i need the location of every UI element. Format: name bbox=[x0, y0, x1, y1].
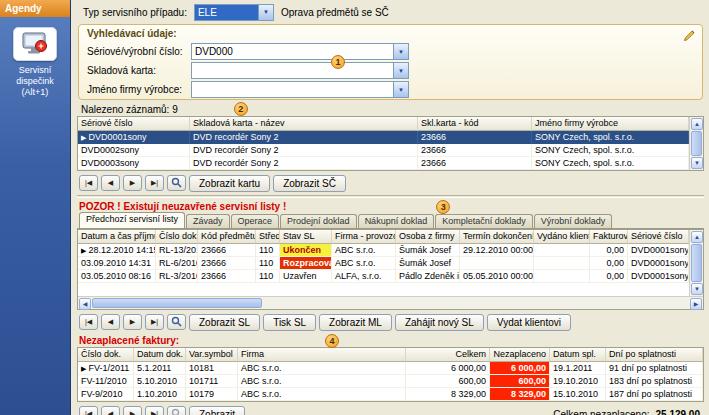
column-header-docno[interactable]: Číslo dok. bbox=[78, 348, 134, 362]
column-header-var-symbol[interactable]: Var.symbol bbox=[186, 348, 238, 362]
column-header-docno[interactable]: Číslo dok. bbox=[156, 230, 198, 244]
show-sheet-button[interactable]: Zobrazit SL bbox=[189, 314, 260, 331]
table-header-row: Číslo dok. Datum dok. Var.symbol Firma C… bbox=[78, 348, 703, 362]
serial-number-input[interactable]: DVD000 ▼ bbox=[191, 43, 409, 60]
last-record-button[interactable]: ▶| bbox=[145, 406, 164, 415]
show-ml-button[interactable]: Zobrazit ML bbox=[319, 314, 392, 331]
last-record-button[interactable]: ▶| bbox=[145, 314, 164, 330]
column-header-deadline[interactable]: Termín dokončení bbox=[460, 230, 534, 244]
scrollbar-thumb[interactable] bbox=[691, 244, 702, 282]
scroll-down-icon[interactable]: ▼ bbox=[691, 157, 703, 169]
column-header-serial[interactable]: Sériové číslo bbox=[78, 117, 190, 131]
scroll-down-icon[interactable]: ▼ bbox=[691, 283, 703, 295]
column-header-days-overdue[interactable]: Dní po splatnosti bbox=[606, 348, 703, 362]
next-record-button[interactable]: ▶ bbox=[123, 406, 142, 415]
column-header-doc-date[interactable]: Datum dok. bbox=[134, 348, 186, 362]
table-row[interactable]: ▶28.12.2010 14:15 RL-13/2010 23666 110 U… bbox=[78, 244, 689, 257]
table-empty-area bbox=[78, 283, 689, 296]
stock-card-value bbox=[192, 63, 393, 78]
last-record-button[interactable]: ▶| bbox=[145, 175, 164, 191]
column-header-center[interactable]: Střed. bbox=[256, 230, 280, 244]
case-type-value: ELE bbox=[195, 5, 258, 20]
next-record-button[interactable]: ▶ bbox=[123, 314, 142, 330]
first-record-button[interactable]: |◀ bbox=[79, 406, 98, 415]
table-row[interactable]: 03.05.2010 08:16 RL-3/2010 23666 110 Uza… bbox=[78, 270, 689, 283]
current-row-marker: ▶ bbox=[81, 365, 86, 372]
serial-number-value: DVD000 bbox=[192, 44, 393, 59]
table-row[interactable]: FV-11/2010 5.10.2010 101711 ABC s.r.o. 6… bbox=[78, 375, 703, 388]
show-card-button[interactable]: Zobrazit kartu bbox=[189, 175, 270, 192]
next-record-button[interactable]: ▶ bbox=[123, 175, 142, 191]
tab-nakupni-doklad[interactable]: Nákupní doklad bbox=[358, 214, 435, 228]
scroll-left-icon[interactable]: ◀ bbox=[79, 298, 91, 310]
column-header-card-code[interactable]: Skl.karta - kód bbox=[418, 117, 532, 131]
column-header-contact[interactable]: Osoba z firmy bbox=[396, 230, 460, 244]
vertical-scrollbar[interactable]: ▲ ▼ bbox=[689, 117, 703, 170]
chevron-down-icon[interactable]: ▼ bbox=[258, 5, 273, 20]
sidebar-item-servisni-dispecink[interactable]: Servisní dispečink (Alt+1) bbox=[0, 27, 70, 98]
column-header-due-date[interactable]: Datum spl. bbox=[550, 348, 606, 362]
search-icon-button[interactable] bbox=[167, 314, 186, 330]
print-sheet-button[interactable]: Tisk SL bbox=[263, 314, 316, 331]
scroll-right-icon[interactable]: ▶ bbox=[690, 298, 702, 310]
tab-operace[interactable]: Operace bbox=[231, 214, 280, 228]
first-record-button[interactable]: |◀ bbox=[79, 314, 98, 330]
chevron-down-icon[interactable]: ▼ bbox=[393, 82, 408, 97]
stock-card-input[interactable]: ▼ bbox=[191, 62, 409, 79]
column-header-total[interactable]: Celkem bbox=[406, 348, 490, 362]
step-badge-4: 4 bbox=[325, 334, 339, 348]
column-header-datetime[interactable]: Datum a čas příjmu bbox=[78, 230, 156, 244]
table-row[interactable]: FV-9/2010 1.10.2010 10179 ABC s.r.o. 8 3… bbox=[78, 388, 703, 401]
scroll-up-icon[interactable]: ▲ bbox=[691, 118, 703, 130]
case-type-select[interactable]: ELE ▼ bbox=[194, 4, 274, 21]
table-row[interactable]: DVD0003sony DVD recordér Sony 2 23666 SO… bbox=[78, 157, 689, 170]
case-subject-label: Oprava předmětů se SČ bbox=[281, 7, 389, 18]
column-header-card-name[interactable]: Skladová karta - název bbox=[190, 117, 418, 131]
scrollbar-track[interactable] bbox=[263, 298, 689, 308]
column-header-invoiced[interactable]: Fakturováno bbox=[590, 230, 628, 244]
sidebar: Agendy Servisní dispečink (Alt+1) bbox=[0, 0, 71, 415]
show-serial-button[interactable]: Zobrazit SČ bbox=[273, 175, 346, 192]
chevron-down-icon[interactable]: ▼ bbox=[393, 63, 408, 78]
column-header-status[interactable]: Stav SL bbox=[280, 230, 332, 244]
search-icon-button[interactable] bbox=[167, 175, 186, 191]
issue-to-client-button[interactable]: Vydat klientovi bbox=[487, 314, 571, 331]
scrollbar-thumb[interactable] bbox=[691, 131, 702, 156]
column-header-unpaid[interactable]: Nezaplaceno bbox=[490, 348, 550, 362]
prev-record-button[interactable]: ◀ bbox=[101, 314, 120, 330]
edit-icon[interactable] bbox=[683, 29, 696, 42]
search-row-manufacturer: Jméno firmy výrobce: ▼ bbox=[87, 80, 694, 99]
results-count: Nalezeno záznamů: 9 bbox=[81, 104, 178, 115]
column-header-serial[interactable]: Sériové číslo bbox=[628, 230, 689, 244]
table-row[interactable]: ▶DVD0001sony DVD recordér Sony 2 23666 S… bbox=[78, 131, 689, 144]
manufacturer-input[interactable]: ▼ bbox=[191, 81, 409, 98]
tab-zavady[interactable]: Závady bbox=[186, 214, 230, 228]
first-record-button[interactable]: |◀ bbox=[79, 175, 98, 191]
table-row[interactable]: 03.09.2010 14:31 RL-6/2010 23666 110 Roz… bbox=[78, 257, 689, 270]
prev-record-button[interactable]: ◀ bbox=[101, 406, 120, 415]
tab-vyrobni-doklady[interactable]: Výrobní doklady bbox=[534, 214, 613, 228]
results-line: Nalezeno záznamů: 9 2 bbox=[81, 102, 704, 116]
scroll-up-icon[interactable]: ▲ bbox=[691, 231, 703, 243]
tab-predchozi-servisni-listy[interactable]: Předchozí servisní listy bbox=[79, 212, 185, 228]
chevron-down-icon[interactable]: ▼ bbox=[393, 44, 408, 59]
scrollbar-thumb[interactable] bbox=[92, 298, 262, 308]
column-header-manufacturer[interactable]: Jméno firmy výrobce bbox=[532, 117, 689, 131]
column-header-issued[interactable]: Vydáno klientovi dne bbox=[534, 230, 590, 244]
column-header-firm[interactable]: Firma bbox=[238, 348, 406, 362]
status-badge: Ukončen bbox=[280, 244, 332, 257]
show-invoice-button[interactable]: Zobrazit bbox=[189, 406, 245, 415]
start-new-sheet-button[interactable]: Zahájit nový SL bbox=[395, 314, 484, 331]
serial-numbers-grid: Sériové číslo Skladová karta - název Skl… bbox=[78, 117, 689, 170]
table-row[interactable]: ▶FV-1/2011 5.1.2011 10181 ABC s.r.o. 6 0… bbox=[78, 362, 703, 375]
tab-kompletacni-doklady[interactable]: Kompletační doklady bbox=[435, 214, 533, 228]
horizontal-scrollbar[interactable]: ◀ ▶ bbox=[78, 296, 703, 309]
tab-prodejni-doklad[interactable]: Prodejní doklad bbox=[280, 214, 357, 228]
manufacturer-label: Jméno firmy výrobce: bbox=[87, 84, 191, 95]
vertical-scrollbar[interactable]: ▲ ▼ bbox=[689, 230, 703, 296]
table-row[interactable]: DVD0002sony DVD recordér Sony 2 23666 SO… bbox=[78, 144, 689, 157]
search-icon-button[interactable] bbox=[167, 406, 186, 415]
prev-record-button[interactable]: ◀ bbox=[101, 175, 120, 191]
column-header-item-code[interactable]: Kód předmětu (pův.) bbox=[198, 230, 256, 244]
column-header-operator-firm[interactable]: Firma - provozovatel bbox=[332, 230, 396, 244]
